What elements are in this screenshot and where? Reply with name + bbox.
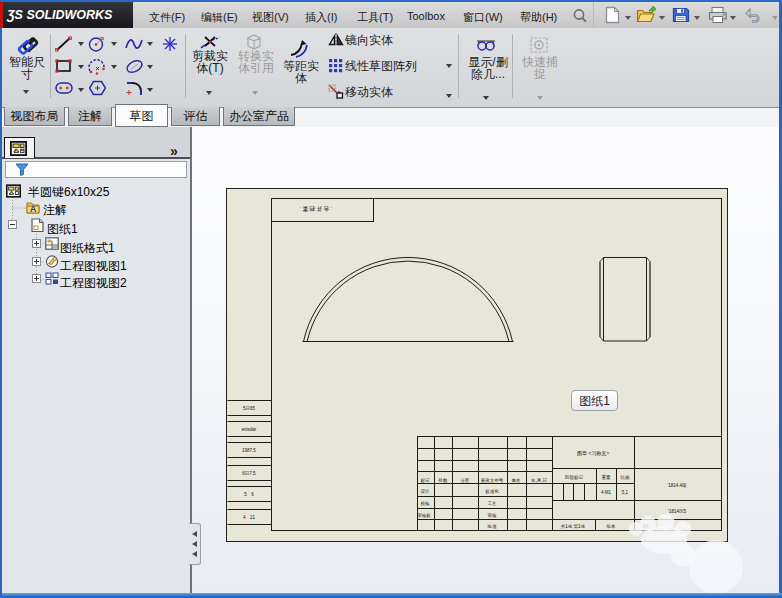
svg-text:1987.5: 1987.5: [242, 448, 256, 453]
svg-text:.合并档案.: .合并档案.: [297, 205, 331, 212]
svg-text:审核标: 审核标: [417, 513, 431, 519]
svg-text:enisdar: enisdar: [241, 427, 256, 432]
svg-text:校核: 校核: [420, 501, 430, 506]
svg-text:工艺: 工艺: [487, 500, 497, 506]
svg-text:A: A: [30, 204, 37, 214]
svg-text:阶段标记: 阶段标记: [565, 474, 584, 481]
svg-text:5 6: 5 6: [244, 492, 254, 497]
svg-text:标准化: 标准化: [484, 488, 499, 495]
svg-text:更改文件号: 更改文件号: [480, 477, 503, 483]
svg-text:重量: 重量: [601, 474, 611, 480]
svg-text:签名: 签名: [511, 478, 520, 483]
svg-text:图章 <习称见>: 图章 <习称见>: [576, 450, 608, 457]
svg-text:分区: 分区: [460, 477, 470, 483]
svg-text:处数: 处数: [438, 477, 448, 483]
svg-text:6日7.5: 6日7.5: [242, 471, 256, 476]
svg-text:4 21: 4 21: [242, 515, 255, 520]
svg-text:共1张 第1张: 共1张 第1张: [560, 524, 585, 529]
svg-text:标记: 标记: [419, 477, 430, 484]
svg-text:设计: 设计: [420, 488, 430, 494]
svg-text:批准: 批准: [486, 524, 497, 529]
svg-text:年,月,日: 年,月,日: [530, 478, 546, 483]
svg-text:审核: 审核: [487, 513, 497, 518]
svg-text:5日65: 5日65: [242, 406, 255, 411]
